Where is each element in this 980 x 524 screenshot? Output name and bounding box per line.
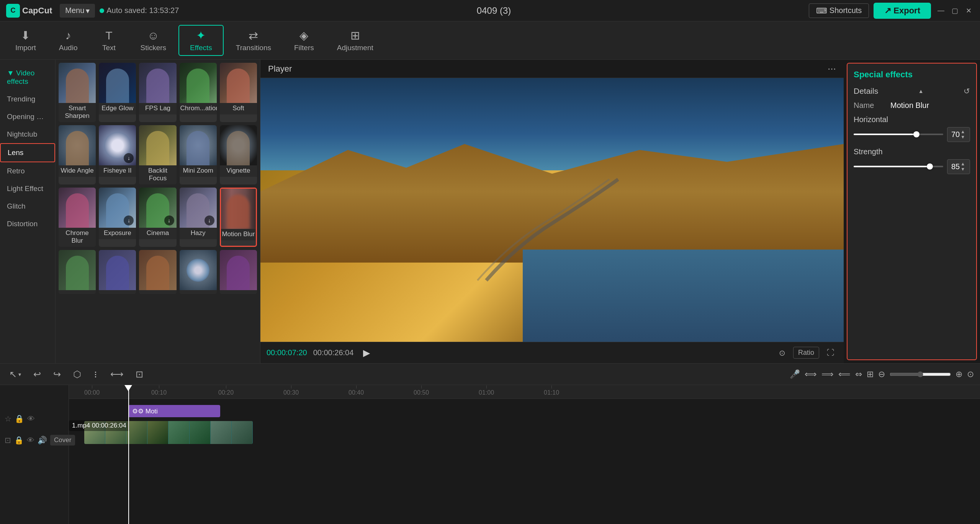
- tl-tool-5[interactable]: ⊞: [867, 369, 874, 379]
- export-button[interactable]: ↗ Export: [874, 3, 931, 19]
- effect-soft[interactable]: Soft: [220, 63, 257, 122]
- delete-button[interactable]: ⊡: [133, 367, 146, 381]
- horizontal-increment[interactable]: ▲: [960, 129, 965, 134]
- tl-tool-3[interactable]: ⟸: [838, 369, 851, 379]
- split-button-2[interactable]: ⫶: [90, 367, 101, 381]
- effect-clip[interactable]: ⚙ ⚙ Moti: [128, 405, 220, 417]
- toolbar-audio[interactable]: ♪ Audio: [48, 26, 88, 55]
- zoom-slider[interactable]: [890, 371, 951, 377]
- mic-button[interactable]: 🎤: [790, 369, 800, 379]
- toolbar-text[interactable]: T Text: [90, 26, 128, 55]
- playhead[interactable]: [128, 385, 129, 524]
- tl-tool-4[interactable]: ⇔: [855, 369, 862, 379]
- timeline-end-button[interactable]: ⊙: [967, 369, 974, 379]
- effect-row4d[interactable]: [180, 250, 217, 294]
- zoom-out-button[interactable]: ⊖: [878, 369, 885, 379]
- category-distortion[interactable]: Distortion: [0, 215, 55, 233]
- effect-row4c[interactable]: [139, 250, 176, 294]
- left-panel: ▼ Video effects Trending Opening & ... N…: [0, 60, 260, 363]
- video-layer-icon[interactable]: ⊡: [5, 436, 11, 445]
- effect-star-icon[interactable]: ☆: [5, 414, 11, 423]
- reset-button[interactable]: ↺: [964, 87, 970, 96]
- toolbar-filters[interactable]: ◈ Filters: [283, 26, 325, 55]
- toolbar-adjustment[interactable]: ⊞ Adjustment: [326, 26, 384, 55]
- effect-row4a[interactable]: [59, 250, 96, 294]
- split-button-1[interactable]: ⬡: [70, 367, 84, 381]
- download-icon-hazy: ↓: [205, 215, 214, 225]
- effect-chrome-blur[interactable]: Chrome Blur: [59, 188, 96, 247]
- effect-smart-sharpen[interactable]: Smart Sharpen: [59, 63, 96, 122]
- effect-cinema[interactable]: ↓ Cinema: [139, 188, 176, 247]
- effect-exposure[interactable]: ↓ Exposure: [99, 188, 136, 247]
- effect-label-fps-lag: FPS Lag: [139, 103, 176, 114]
- effect-hazy[interactable]: ↓ Hazy: [180, 188, 217, 247]
- effect-mini-zoom[interactable]: Mini Zoom: [180, 125, 217, 184]
- effect-thumb-smart-sharpen: [59, 63, 96, 103]
- tl-tool-2[interactable]: ⟹: [821, 369, 834, 379]
- effect-fps-lag[interactable]: FPS Lag: [139, 63, 176, 122]
- effect-row4e[interactable]: [220, 250, 257, 294]
- toolbar-transitions[interactable]: ⇄ Transitions: [225, 26, 282, 55]
- ruler-mark-20: 00:20: [218, 385, 234, 396]
- strength-slider-track[interactable]: [854, 166, 943, 167]
- strength-value-box: 85 ▲ ▼: [947, 159, 970, 174]
- zoom-in-button[interactable]: ⊕: [955, 369, 962, 379]
- effect-track-controls: ☆ 🔒 👁: [0, 408, 69, 429]
- category-light-effect[interactable]: Light Effect: [0, 180, 55, 198]
- video-audio-icon[interactable]: 🔊: [38, 436, 47, 445]
- player-menu-icon[interactable]: ⋯: [828, 64, 836, 74]
- category-opening[interactable]: Opening & ...: [0, 108, 55, 126]
- undo-button[interactable]: ↩: [30, 367, 44, 381]
- effect-eye-icon[interactable]: 👁: [27, 415, 35, 423]
- maximize-button[interactable]: ▢: [949, 5, 960, 16]
- select-tool-button[interactable]: ↖ ▾: [6, 367, 24, 381]
- effect-motion-blur[interactable]: Motion Blur: [220, 188, 257, 247]
- toolbar-stickers[interactable]: ☺ Stickers: [129, 26, 177, 55]
- minimize-button[interactable]: —: [936, 5, 946, 16]
- effect-label-chrome-blur: Chrome Blur: [59, 228, 96, 247]
- video-eye-icon[interactable]: 👁: [27, 436, 34, 445]
- horizontal-slider-row: 70 ▲ ▼: [854, 127, 970, 142]
- category-lens[interactable]: Lens: [0, 143, 55, 162]
- autosave-text: Auto saved: 13:53:27: [106, 6, 179, 15]
- effect-label-wide-angle: Wide Angle: [59, 165, 96, 177]
- category-glitch[interactable]: Glitch: [0, 198, 55, 215]
- shortcuts-button[interactable]: ⌨ Shortcuts: [809, 3, 869, 18]
- split-button-3[interactable]: ⟷: [107, 367, 126, 381]
- undo-icon: ↩: [33, 369, 41, 380]
- effect-thumb-vignette: [220, 125, 257, 165]
- keyboard-icon: ⌨: [816, 6, 827, 15]
- redo-button[interactable]: ↪: [50, 367, 64, 381]
- effect-chromation[interactable]: Chrom...ation: [180, 63, 217, 122]
- screenshot-button[interactable]: ⊙: [776, 347, 789, 359]
- category-nightclub[interactable]: Nightclub: [0, 126, 55, 143]
- horizontal-slider-track[interactable]: [854, 134, 943, 135]
- strength-increment[interactable]: ▲: [960, 161, 965, 167]
- play-button[interactable]: ▶: [360, 346, 373, 360]
- tl-tool-1[interactable]: ⟺: [805, 369, 817, 379]
- toolbar-effects[interactable]: ✦ Effects: [178, 25, 224, 56]
- ratio-button[interactable]: Ratio: [793, 347, 819, 359]
- category-retro[interactable]: Retro: [0, 162, 55, 180]
- effect-fisheye-ii[interactable]: ↓ Fisheye II: [99, 125, 136, 184]
- effect-edge-glow[interactable]: Edge Glow: [99, 63, 136, 122]
- horizontal-value-box: 70 ▲ ▼: [947, 127, 970, 142]
- horizontal-stepper: ▲ ▼: [960, 129, 965, 140]
- video-effects-header[interactable]: ▼ Video effects: [0, 64, 55, 90]
- video-lock-icon[interactable]: 🔒: [14, 436, 24, 445]
- effect-lock-icon[interactable]: 🔒: [15, 414, 24, 423]
- strength-decrement[interactable]: ▼: [960, 167, 965, 172]
- close-button[interactable]: ✕: [963, 5, 974, 16]
- menu-button[interactable]: Menu ▾: [60, 4, 95, 18]
- fullscreen-button[interactable]: ⛶: [824, 347, 838, 359]
- horizontal-decrement[interactable]: ▼: [960, 134, 965, 140]
- toolbar-import[interactable]: ⬇ Import: [5, 26, 47, 55]
- effect-vignette[interactable]: Vignette: [220, 125, 257, 184]
- effect-thumb-backlit: [139, 125, 176, 165]
- filters-icon: ◈: [299, 29, 308, 42]
- effect-backlit-focus[interactable]: Backlit Focus: [139, 125, 176, 184]
- effect-row4b[interactable]: [99, 250, 136, 294]
- timeline-tracks: 00:00 00:10 00:20 00:30 00:40: [69, 385, 980, 524]
- effect-wide-angle[interactable]: Wide Angle: [59, 125, 96, 184]
- category-trending[interactable]: Trending: [0, 90, 55, 108]
